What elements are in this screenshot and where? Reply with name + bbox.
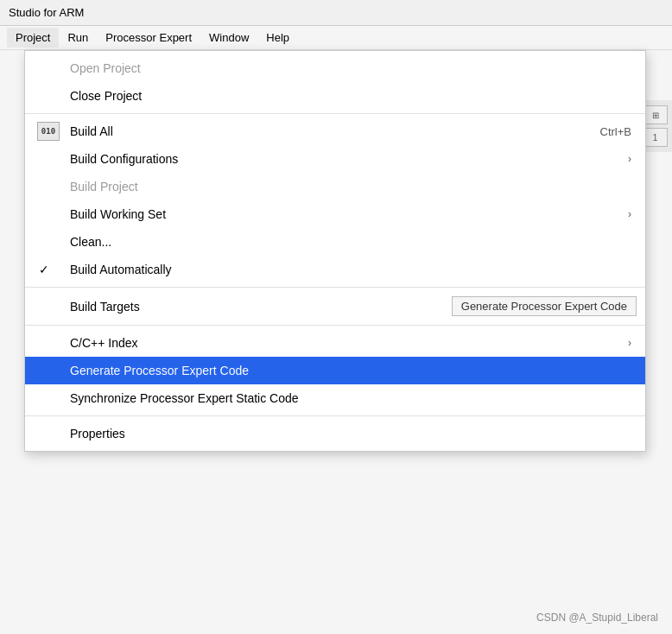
menu-item-generate-processor[interactable]: Generate Processor Expert Code (25, 357, 645, 384)
menu-item-cpp-index[interactable]: C/C++ Index › (25, 329, 645, 357)
menu-item-close-project[interactable]: Close Project (25, 82, 645, 110)
menu-help[interactable]: Help (257, 28, 298, 48)
menu-item-build-project[interactable]: Build Project (25, 173, 645, 200)
menu-project[interactable]: Project (7, 28, 59, 48)
separator-4 (25, 415, 645, 416)
menu-item-open-project[interactable]: Open Project (25, 54, 645, 82)
toolbar-btn-2[interactable]: 1 (643, 128, 668, 147)
menu-item-properties[interactable]: Properties (25, 420, 645, 447)
build-targets-label: Build Targets (70, 300, 140, 314)
generate-processor-label: Generate Processor Expert Code (70, 364, 249, 377)
build-icon-graphic: 010 (37, 122, 60, 141)
separator-2 (25, 287, 645, 288)
menu-processor-expert[interactable]: Processor Expert (97, 28, 200, 48)
title-bar: Studio for ARM (0, 0, 672, 26)
properties-label: Properties (70, 427, 125, 441)
toolbar-btn-1[interactable]: ⊞ (643, 105, 668, 124)
menu-run[interactable]: Run (59, 28, 97, 48)
menu-item-clean[interactable]: Clean... (25, 228, 645, 256)
build-all-shortcut: Ctrl+B (600, 125, 631, 138)
cpp-index-label: C/C++ Index (70, 336, 138, 350)
build-targets-popup: Generate Processor Expert Code (452, 296, 637, 316)
build-configurations-arrow: › (628, 153, 631, 165)
menu-item-synchronize-processor[interactable]: Synchronize Processor Expert Static Code (25, 384, 645, 412)
menu-window[interactable]: Window (200, 28, 257, 48)
build-automatically-label: Build Automatically (70, 263, 172, 276)
close-project-label: Close Project (70, 89, 142, 103)
menu-bar: Project Run Processor Expert Window Help (0, 26, 672, 50)
project-dropdown-menu: Open Project Close Project 010 Build All… (24, 50, 646, 452)
build-working-set-label: Build Working Set (70, 207, 166, 221)
app-title: Studio for ARM (9, 6, 84, 19)
separator-3 (25, 325, 645, 326)
build-all-label: Build All (70, 124, 113, 138)
menu-item-build-working-set[interactable]: Build Working Set › (25, 200, 645, 228)
menu-item-build-all[interactable]: 010 Build All Ctrl+B (25, 117, 645, 145)
build-all-icon: 010 (35, 122, 61, 141)
synchronize-processor-label: Synchronize Processor Expert Static Code (70, 391, 299, 405)
build-working-set-arrow: › (628, 208, 631, 220)
menu-item-build-configurations[interactable]: Build Configurations › (25, 145, 645, 173)
build-project-label: Build Project (70, 180, 138, 193)
cpp-index-arrow: › (628, 337, 631, 349)
menu-item-build-automatically[interactable]: ✓ Build Automatically (25, 256, 645, 283)
separator-1 (25, 113, 645, 114)
menu-item-build-targets[interactable]: Build Targets Generate Processor Expert … (25, 291, 645, 321)
clean-label: Clean... (70, 235, 111, 249)
build-configurations-label: Build Configurations (70, 152, 178, 166)
build-automatically-checkmark: ✓ (39, 263, 49, 276)
open-project-label: Open Project (70, 61, 141, 75)
